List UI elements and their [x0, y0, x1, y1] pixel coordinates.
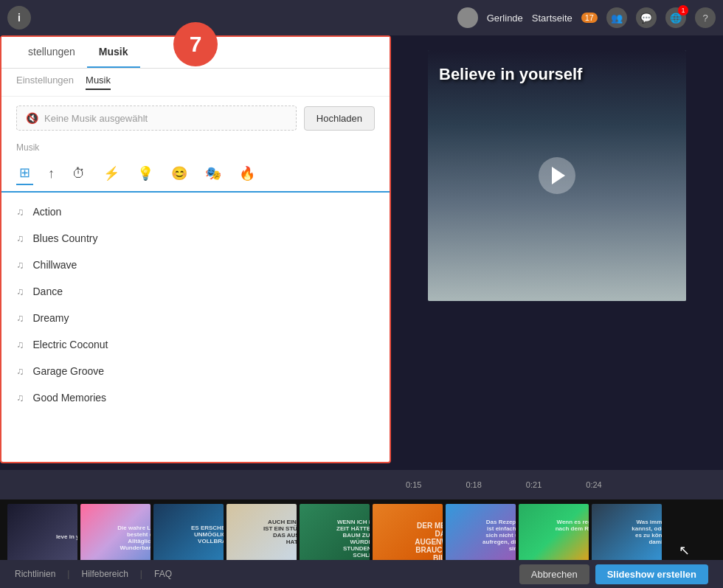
- footer: Richtlinien | Hilfebereich | FAQ Abbrech…: [0, 560, 723, 588]
- cancel-button[interactable]: Abbrechen: [519, 564, 589, 584]
- music-item-label: Chillwave: [33, 259, 77, 271]
- film-thumb-5[interactable]: WENN ICH 8 STUNDEN ZEIT HÄTTE, UM EINEN …: [300, 504, 370, 569]
- music-item-garage-groove[interactable]: ♫ Garage Groove: [1, 358, 390, 384]
- music-section-label: Musik: [1, 139, 390, 156]
- notification-count[interactable]: 17: [581, 13, 598, 23]
- timeline-marker-4: 0:24: [586, 480, 601, 489]
- music-item-label: Dreamy: [33, 312, 69, 324]
- footer-buttons: Abbrechen Slideshow erstellen: [519, 564, 708, 584]
- nav-left: i: [7, 6, 31, 30]
- hilfebereich-link[interactable]: Hilfebereich: [81, 569, 128, 579]
- avatar: [457, 7, 478, 28]
- video-background: Believe in yourself: [428, 50, 686, 301]
- tab-musik[interactable]: Musik: [87, 37, 140, 68]
- messages-icon[interactable]: 💬: [636, 7, 657, 28]
- create-slideshow-button[interactable]: Slideshow erstellen: [595, 564, 708, 584]
- music-note-icon: ♫: [16, 339, 24, 350]
- filter-all-icon[interactable]: ⊞: [16, 162, 33, 185]
- mute-icon: 🔇: [26, 112, 38, 124]
- film-thumb-7[interactable]: Das Rezept für Glück ist einfach: Man da…: [446, 504, 516, 569]
- nav-right: Gerlinde Startseite 17 👥 💬 🌐 1 ?: [457, 7, 716, 28]
- filter-mood-icon[interactable]: 💡: [134, 162, 156, 184]
- music-item-chillwave[interactable]: ♫ Chillwave: [1, 252, 390, 278]
- film-thumb-3[interactable]: ES ERSCHEINT IMMER UNMÖGLICH, BIS ES VOL…: [153, 504, 224, 569]
- music-item-label: Garage Groove: [33, 365, 105, 377]
- filter-recent-icon[interactable]: ⏱: [69, 163, 89, 184]
- subtab-einstellungen[interactable]: Einstellungen: [16, 75, 74, 90]
- music-note-icon: ♫: [16, 232, 24, 244]
- help-icon[interactable]: ?: [695, 7, 716, 28]
- music-note-icon: ♫: [16, 312, 24, 324]
- filter-emotion-icon[interactable]: 😊: [168, 162, 190, 184]
- music-input-row: 🔇 Keine Musik ausgewählt Hochladen: [1, 97, 390, 139]
- sub-tabs: Einstellungen Musik: [1, 69, 390, 97]
- footer-links: Richtlinien | Hilfebereich | FAQ: [15, 569, 172, 579]
- music-item-good-memories[interactable]: ♫ Good Memories: [1, 384, 390, 411]
- notifications-icon[interactable]: 🌐 1: [665, 7, 686, 28]
- music-note-icon: ♫: [16, 206, 24, 218]
- film-thumb-1[interactable]: leve in yourself: [7, 504, 77, 569]
- right-panel: Believe in yourself: [391, 35, 723, 470]
- music-item-label: Action: [33, 206, 62, 218]
- film-thumb-2[interactable]: Die wahre Lebenskunst besteht darin, im …: [80, 504, 151, 569]
- music-item-dance[interactable]: ♫ Dance: [1, 278, 390, 305]
- music-list: ♫ Action ♫ Blues Country ♫ Chillwave ♫ D…: [1, 193, 390, 417]
- richtlinien-link[interactable]: Richtlinien: [15, 569, 55, 579]
- music-item-label: Electric Coconut: [33, 339, 108, 350]
- top-navigation: i Gerlinde Startseite 17 👥 💬 🌐 1 ?: [0, 0, 723, 35]
- timeline-marker-3: 0:21: [526, 480, 542, 489]
- timeline-markers: 0:15 0:18 0:21 0:24: [406, 480, 602, 489]
- music-note-icon: ♫: [16, 259, 24, 271]
- friends-icon[interactable]: 👥: [606, 7, 627, 28]
- filter-genre-icon[interactable]: 🎭: [202, 162, 224, 184]
- film-thumb-9[interactable]: Was immer du tun kannst, oder träumst, e…: [592, 504, 662, 569]
- timeline-marker-1: 0:15: [406, 480, 421, 489]
- upload-button[interactable]: Hochladen: [304, 106, 375, 131]
- video-title: Believe in yourself: [439, 65, 675, 84]
- music-input-box[interactable]: 🔇 Keine Musik ausgewählt: [16, 106, 297, 131]
- music-note-icon: ♫: [16, 392, 24, 404]
- faq-link[interactable]: FAQ: [154, 569, 172, 579]
- notification-badge: 1: [678, 5, 688, 15]
- film-thumb-4[interactable]: AUCH EIN DIAMANT IST EIN STÜCK KOHLE, DA…: [226, 504, 297, 569]
- cursor: ↖: [679, 542, 690, 558]
- filter-energy-icon[interactable]: ⚡: [100, 162, 122, 184]
- music-item-electric-coconut[interactable]: ♫ Electric Coconut: [1, 331, 390, 358]
- music-item-blues-country[interactable]: ♫ Blues Country: [1, 225, 390, 252]
- step-badge: 7: [173, 22, 218, 66]
- icon-filter-row: ⊞ ↑ ⏱ ⚡ 💡 😊 🎭 🔥: [1, 156, 390, 193]
- timeline-bar: 0:15 0:18 0:21 0:24: [0, 470, 723, 499]
- video-preview: Believe in yourself: [428, 50, 686, 301]
- no-music-label: Keine Musik ausgewählt: [44, 113, 148, 124]
- filter-trending-icon[interactable]: ↑: [45, 163, 58, 184]
- home-link[interactable]: Startseite: [532, 13, 572, 24]
- film-thumb-8[interactable]: Wenn es regnet, schau nach dem Regenboge…: [519, 504, 589, 569]
- play-icon: [552, 167, 565, 184]
- play-button[interactable]: [539, 157, 575, 194]
- music-item-dreamy[interactable]: ♫ Dreamy: [1, 305, 390, 331]
- music-note-icon: ♫: [16, 286, 24, 297]
- filter-popular-icon[interactable]: 🔥: [236, 162, 258, 184]
- subtab-musik[interactable]: Musik: [86, 75, 111, 90]
- timeline-marker-2: 0:18: [466, 480, 481, 489]
- left-panel: 7 stellungen Musik Einstellungen Musik 🔇…: [0, 35, 391, 463]
- nav-logo: i: [7, 6, 31, 30]
- tab-settings[interactable]: stellungen: [16, 37, 87, 68]
- music-item-label: Blues Country: [33, 232, 98, 244]
- music-item-label: Good Memories: [33, 392, 107, 404]
- username-label: Gerlinde: [487, 13, 523, 24]
- main-content: 7 stellungen Musik Einstellungen Musik 🔇…: [0, 35, 723, 470]
- film-thumb-6[interactable]: DER MENSCH, DAS AUGENWESEN, BRAUCHT DAS …: [373, 504, 443, 569]
- music-note-icon: ♫: [16, 365, 24, 377]
- music-item-action[interactable]: ♫ Action: [1, 198, 390, 225]
- music-item-label: Dance: [33, 286, 63, 297]
